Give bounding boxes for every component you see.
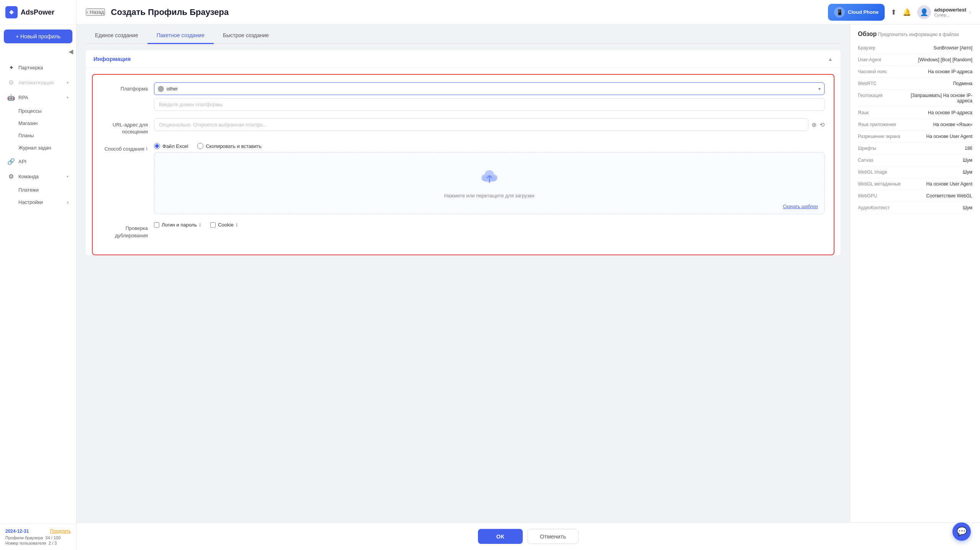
form-area: Единое создание Пакетное создание Быстро… bbox=[77, 25, 850, 522]
overview-title: Обзор bbox=[858, 31, 877, 37]
overview-value: На основе IP-адреса bbox=[928, 69, 972, 74]
overview-key: User-Agent bbox=[858, 57, 881, 62]
bell-icon[interactable]: 🔔 bbox=[903, 8, 911, 16]
support-button[interactable]: 💬 bbox=[952, 522, 971, 541]
team-icon: ⚙ bbox=[8, 173, 15, 180]
platform-select-wrapper: other ▾ bbox=[154, 82, 825, 95]
platform-row: Платформа other ▾ bbox=[102, 82, 825, 111]
radio-excel-label[interactable]: Файл Excel bbox=[154, 143, 188, 149]
url-field: ⊕ ⟲ bbox=[154, 118, 825, 131]
tab-single[interactable]: Единое создание bbox=[86, 28, 147, 44]
overview-key: Шрифты bbox=[858, 146, 876, 151]
cancel-button[interactable]: Отменить bbox=[527, 529, 579, 544]
logo-icon bbox=[5, 6, 18, 18]
checkbox-login-label[interactable]: Логин и пароль ℹ bbox=[154, 222, 201, 228]
url-input-row: ⊕ ⟲ bbox=[154, 118, 825, 131]
checkbox-login-input[interactable] bbox=[154, 222, 159, 228]
overview-row: Язык На основе IP-адреса bbox=[858, 107, 972, 119]
sidebar-collapse-button[interactable]: ◀ bbox=[69, 48, 73, 55]
overview-row: WebGL метаданные На основе User Agent bbox=[858, 178, 972, 190]
platform-domain-input[interactable] bbox=[154, 98, 825, 111]
overview-key: WebGL Image bbox=[858, 169, 887, 175]
sidebar-item-store[interactable]: Магазин bbox=[2, 117, 74, 129]
overview-value: Шум bbox=[963, 158, 972, 163]
overview-key: WebRTC bbox=[858, 81, 877, 86]
sidebar-item-settings[interactable]: Настройки › bbox=[2, 196, 74, 208]
overview-key: Разрешение экрана bbox=[858, 134, 900, 139]
sidebar-item-label: API bbox=[18, 159, 26, 164]
sidebar-item-label: Партнерка bbox=[18, 65, 43, 71]
checkbox-cookie-input[interactable] bbox=[210, 222, 216, 228]
platform-select[interactable]: other bbox=[154, 82, 825, 95]
back-arrow-icon: ‹ bbox=[87, 9, 88, 15]
sidebar-item-team[interactable]: ⚙ Команда ▾ bbox=[2, 169, 74, 184]
duplicate-check-label: Проверка дублирования bbox=[102, 222, 148, 239]
sidebar-item-label: Платежи bbox=[18, 187, 39, 193]
upload-area[interactable]: Нажмите или перетащите для загрузки Скач… bbox=[154, 152, 825, 214]
overview-value: На основе User Agent bbox=[926, 181, 972, 187]
section-collapse-icon[interactable]: ▲ bbox=[828, 56, 833, 62]
overview-row: WebGL Image Шум bbox=[858, 166, 972, 178]
clear-url-button[interactable]: ⟲ bbox=[820, 121, 825, 128]
overview-value: Подмена bbox=[953, 81, 972, 86]
radio-paste-label[interactable]: Скопировать и вставить bbox=[197, 143, 261, 149]
ok-button[interactable]: ОК bbox=[478, 529, 523, 544]
sidebar-item-journal[interactable]: Журнал задач bbox=[2, 142, 74, 154]
overview-key: Часовой пояс bbox=[858, 69, 887, 74]
back-button[interactable]: ‹ Назад bbox=[86, 8, 105, 16]
overview-value: Шум bbox=[963, 169, 972, 175]
sidebar-item-payments[interactable]: Платежи bbox=[2, 184, 74, 196]
sidebar-item-plans[interactable]: Планы bbox=[2, 130, 74, 141]
chevron-down-icon: ▾ bbox=[67, 80, 69, 85]
overview-rows: Браузер SunBrowser [Авто] User-Agent [Wi… bbox=[858, 42, 972, 214]
add-url-button[interactable]: ⊕ bbox=[811, 121, 816, 128]
page-title: Создать Профиль Браузера bbox=[111, 7, 822, 17]
overview-key: Язык приложения bbox=[858, 122, 896, 127]
creation-method-row: Способ создания ℹ Файл Excel bbox=[102, 143, 825, 214]
sidebar-item-partnera[interactable]: ✦ Партнерка bbox=[2, 60, 74, 75]
creation-method-info-icon[interactable]: ℹ bbox=[146, 146, 148, 151]
new-profile-button[interactable]: + Новый профиль bbox=[4, 30, 72, 43]
section-header: Информация ▲ bbox=[86, 50, 841, 68]
overview-value: SunBrowser [Авто] bbox=[933, 45, 972, 51]
upload-cloud-icon bbox=[480, 168, 499, 188]
overview-key: АудиоКонтекст bbox=[858, 205, 890, 210]
sidebar-item-api[interactable]: 🔗 API bbox=[2, 154, 74, 169]
sidebar-item-rpa[interactable]: 🤖 RPA ▾ bbox=[2, 90, 74, 105]
tab-quick[interactable]: Быстрое создание bbox=[214, 28, 278, 44]
radio-paste-input[interactable] bbox=[197, 143, 203, 149]
section-title: Информация bbox=[93, 56, 131, 62]
username: adspowertest bbox=[934, 7, 966, 13]
radio-excel-input[interactable] bbox=[154, 143, 160, 149]
creation-method-field: Файл Excel Скопировать и вставить bbox=[154, 143, 825, 214]
overview-row: Разрешение экрана На основе User Agent bbox=[858, 131, 972, 143]
tab-batch[interactable]: Пакетное создание bbox=[147, 28, 214, 44]
sidebar-collapse-area: ◀ bbox=[0, 48, 76, 58]
sidebar-item-processes[interactable]: Процессы bbox=[2, 105, 74, 117]
page-header: ‹ Назад Создать Профиль Браузера 📱 Cloud… bbox=[77, 0, 980, 25]
cloud-phone-icon: 📱 bbox=[834, 7, 845, 18]
right-panel: Обзор Предпочитать информацию в файлах Б… bbox=[850, 25, 980, 522]
user-profile[interactable]: 👤 adspowertest Супер... › bbox=[917, 5, 971, 19]
url-input[interactable] bbox=[154, 118, 808, 131]
overview-value: Соответствие WebGL bbox=[926, 193, 972, 199]
platform-field: other ▾ bbox=[154, 82, 825, 111]
overview-row: WebRTC Подмена bbox=[858, 78, 972, 90]
sidebar-item-automation[interactable]: ⚙ Автоматизация ▾ bbox=[2, 75, 74, 90]
checkbox-cookie-label[interactable]: Cookie ℹ bbox=[210, 222, 237, 228]
overview-row: User-Agent [Windows] [Все] [Random] bbox=[858, 54, 972, 66]
chevron-down-icon: ▾ bbox=[67, 95, 69, 100]
cloud-phone-button[interactable]: 📱 Cloud Phone bbox=[828, 4, 885, 21]
download-template-link[interactable]: Скачать шаблон bbox=[783, 204, 818, 209]
user-role: Супер... bbox=[934, 13, 966, 17]
overview-value: Шум bbox=[963, 205, 972, 210]
duplicate-check-field: Логин и пароль ℹ Cookie ℹ bbox=[154, 222, 825, 228]
form-content: Платформа other ▾ bbox=[92, 74, 834, 255]
upload-icon[interactable]: ⬆ bbox=[891, 8, 897, 16]
extend-link[interactable]: Продлить bbox=[50, 529, 71, 534]
upload-text: Нажмите или перетащите для загрузки bbox=[444, 193, 534, 199]
overview-key: Геолокация bbox=[858, 93, 883, 98]
sidebar-item-label: Автоматизация bbox=[18, 80, 54, 85]
overview-value: [Запрашивать] На основе IP-адреса bbox=[896, 93, 972, 103]
chevron-right-icon: › bbox=[67, 199, 69, 205]
